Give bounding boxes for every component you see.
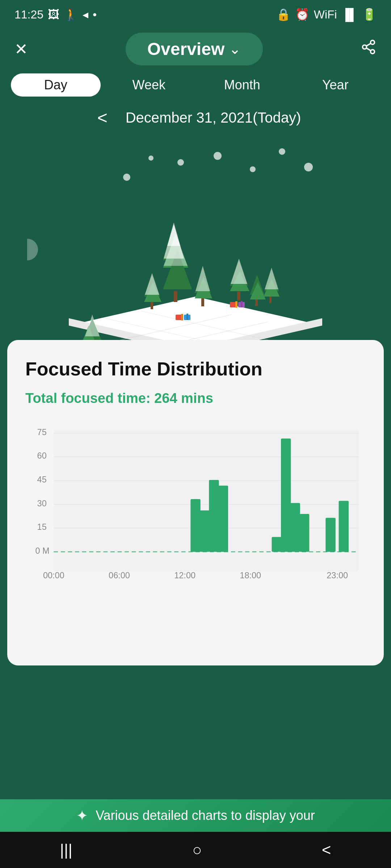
svg-rect-72 <box>218 486 228 552</box>
date-navigator: < December 31, 2021(Today) <box>0 101 391 134</box>
svg-rect-31 <box>151 302 153 309</box>
svg-text:15: 15 <box>37 522 47 532</box>
svg-rect-39 <box>237 292 240 301</box>
svg-rect-55 <box>186 314 188 320</box>
home-button[interactable]: ○ <box>192 841 202 859</box>
svg-rect-43 <box>255 299 258 306</box>
time-distribution-chart: 75 60 45 30 15 0 M <box>25 424 366 605</box>
tab-day[interactable]: Day <box>11 73 101 97</box>
svg-text:00:00: 00:00 <box>43 571 64 580</box>
battery-icon: 🔋 <box>362 8 377 21</box>
banner-icon: ✦ <box>76 807 88 824</box>
bottom-banner: ✦ Various detailed charts to display you… <box>0 799 391 832</box>
svg-marker-36 <box>196 266 210 291</box>
svg-rect-74 <box>281 438 291 552</box>
svg-rect-53 <box>181 314 183 320</box>
svg-rect-73 <box>272 537 282 552</box>
svg-rect-70 <box>200 510 210 552</box>
signal-icon: ▐▌ <box>341 8 358 21</box>
card-title: Focused Time Distribution <box>25 358 366 380</box>
banner-text: Various detailed charts to display your <box>96 808 315 823</box>
svg-text:0 M: 0 M <box>35 546 49 556</box>
svg-point-0 <box>371 41 375 44</box>
close-button[interactable]: ✕ <box>14 40 28 58</box>
tab-week[interactable]: Week <box>104 73 194 97</box>
svg-rect-51 <box>241 301 243 307</box>
wifi-icon: WiFi <box>314 8 337 21</box>
status-time: 11:25 <box>14 8 43 21</box>
lock-icon: 🔒 <box>276 8 291 21</box>
svg-text:45: 45 <box>37 475 47 484</box>
share-button[interactable] <box>361 39 377 59</box>
svg-text:30: 30 <box>37 499 47 508</box>
back-button[interactable]: < <box>322 841 331 859</box>
total-focused-time: Total focused time: 264 mins <box>25 391 366 406</box>
title-pill[interactable]: Overview ⌄ <box>126 33 263 65</box>
tab-month[interactable]: Month <box>197 73 287 97</box>
svg-rect-25 <box>174 291 177 302</box>
header-title: Overview <box>147 39 224 59</box>
main-stats-card: Focused Time Distribution Total focused … <box>7 340 384 665</box>
svg-text:23:00: 23:00 <box>327 571 348 580</box>
image-icon: 🖼 <box>48 8 59 21</box>
system-nav-bar: ||| ○ < <box>0 832 391 868</box>
svg-rect-75 <box>290 503 300 552</box>
svg-marker-28 <box>167 224 180 246</box>
svg-text:60: 60 <box>37 451 47 460</box>
walk-icon: 🚶 <box>64 8 78 21</box>
svg-line-4 <box>366 43 371 46</box>
svg-rect-46 <box>269 297 272 303</box>
status-right: 🔒 ⏰ WiFi ▐▌ 🔋 <box>276 8 377 21</box>
svg-line-3 <box>366 48 371 51</box>
recent-apps-button[interactable]: ||| <box>60 841 72 859</box>
svg-text:75: 75 <box>37 427 47 437</box>
svg-text:06:00: 06:00 <box>109 571 130 580</box>
current-date: December 31, 2021(Today) <box>126 110 301 126</box>
tab-year[interactable]: Year <box>291 73 381 97</box>
svg-rect-49 <box>235 301 237 308</box>
svg-rect-76 <box>299 514 309 552</box>
app-header: ✕ Overview ⌄ <box>0 29 391 69</box>
svg-text:18:00: 18:00 <box>240 571 261 580</box>
svg-point-2 <box>371 50 375 54</box>
chart-svg: 75 60 45 30 15 0 M <box>25 424 366 605</box>
svg-rect-35 <box>201 298 204 306</box>
alarm-icon: ⏰ <box>295 8 310 21</box>
svg-rect-71 <box>209 480 219 552</box>
focused-time-value: 264 <box>154 391 177 406</box>
nav-icon: ◂ <box>83 8 88 21</box>
status-left: 11:25 🖼 🚶 ◂ • <box>14 8 97 21</box>
svg-text:12:00: 12:00 <box>174 571 196 580</box>
svg-rect-77 <box>325 518 335 552</box>
svg-rect-78 <box>339 501 349 552</box>
period-tab-bar: Day Week Month Year <box>0 69 391 101</box>
svg-marker-47 <box>265 268 278 289</box>
svg-rect-69 <box>190 499 200 552</box>
chevron-down-icon: ⌄ <box>229 41 241 57</box>
status-bar: 11:25 🖼 🚶 ◂ • 🔒 ⏰ WiFi ▐▌ 🔋 <box>0 0 391 29</box>
prev-date-button[interactable]: < <box>90 108 115 128</box>
svg-marker-32 <box>145 273 159 295</box>
svg-marker-40 <box>231 259 247 284</box>
svg-point-1 <box>363 45 367 49</box>
dot-icon: • <box>93 8 97 21</box>
